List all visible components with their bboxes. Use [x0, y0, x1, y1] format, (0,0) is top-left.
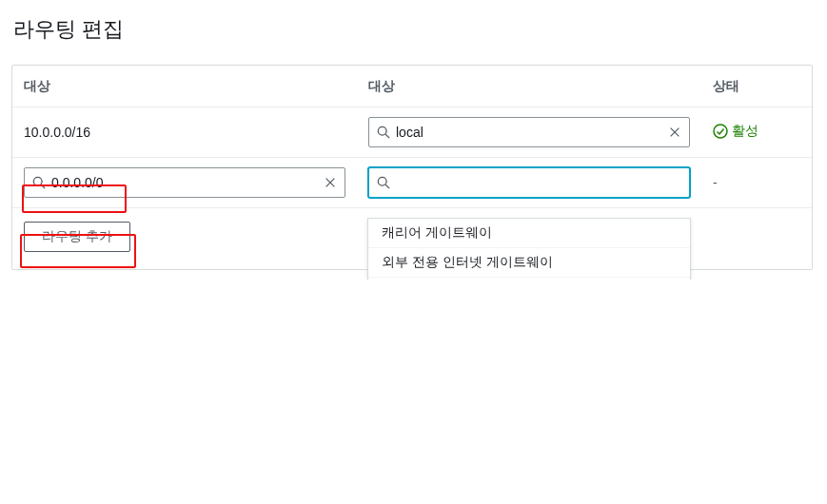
- add-route-button[interactable]: 라우팅 추가: [24, 222, 130, 252]
- route-table-panel: 대상 대상 상태 10.0.0.0/16 활성: [11, 65, 813, 270]
- target-dropdown: 캐리어 게이트웨이외부 전용 인터넷 게이트웨이게이트웨이 로드 밸런서 엔드포…: [367, 218, 691, 280]
- svg-point-4: [714, 125, 727, 138]
- search-icon: [377, 176, 390, 189]
- check-circle-icon: [713, 124, 728, 139]
- dropdown-item[interactable]: 캐리어 게이트웨이: [368, 219, 690, 248]
- svg-point-9: [378, 177, 386, 185]
- destination-input-row2[interactable]: [24, 167, 345, 198]
- dropdown-item[interactable]: 외부 전용 인터넷 게이트웨이: [368, 248, 690, 278]
- col-header-target: 대상: [357, 74, 701, 99]
- clear-icon[interactable]: [668, 126, 681, 139]
- state-cell: -: [713, 175, 718, 190]
- clear-icon[interactable]: [324, 176, 337, 189]
- destination-cell: 10.0.0.0/16: [12, 121, 357, 144]
- destination-input-field[interactable]: [51, 175, 318, 190]
- status-badge: 활성: [713, 123, 758, 140]
- status-label: 활성: [732, 123, 758, 140]
- table-row: -: [12, 158, 812, 208]
- svg-line-6: [41, 184, 45, 188]
- svg-line-1: [385, 134, 389, 138]
- col-header-destination: 대상: [12, 74, 357, 99]
- target-input-field[interactable]: [396, 125, 662, 140]
- target-input-row2[interactable]: [368, 167, 690, 198]
- table-row: 10.0.0.0/16 활성: [12, 107, 812, 158]
- dropdown-item[interactable]: 게이트웨이 로드 밸런서 엔드포인트: [368, 278, 690, 280]
- target-input-row1[interactable]: [368, 117, 690, 147]
- col-header-state: 상태: [701, 74, 812, 99]
- svg-line-10: [385, 184, 389, 188]
- page-title: 라우팅 편집: [13, 15, 816, 44]
- svg-point-5: [33, 177, 42, 185]
- target-input-field[interactable]: [396, 175, 681, 190]
- search-icon: [377, 126, 390, 139]
- table-header-row: 대상 대상 상태: [12, 66, 812, 107]
- svg-point-0: [378, 126, 386, 135]
- search-icon: [32, 176, 46, 189]
